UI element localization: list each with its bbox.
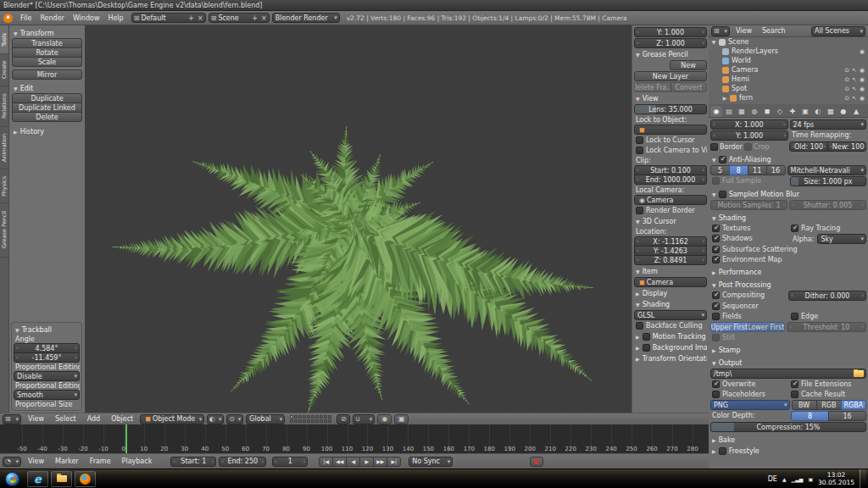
stamp-panel-header[interactable]: Stamp <box>710 345 866 355</box>
history-panel-header[interactable]: History <box>12 126 82 136</box>
shadows-checkbox[interactable] <box>712 235 720 242</box>
blender-logo-icon[interactable] <box>3 14 13 23</box>
scene-selector[interactable]: ⊞ Scene + × <box>209 13 270 23</box>
clip-end-field[interactable]: End: 1000.000 <box>634 175 707 185</box>
bake-panel-header[interactable]: Bake <box>710 435 866 445</box>
screen-layout-selector[interactable]: ⊞ Default + × <box>131 13 206 23</box>
jump-to-start-button[interactable]: |◀ <box>319 457 333 467</box>
sss-row[interactable]: Subsurface Scattering <box>710 245 866 254</box>
viewport-menu-select[interactable]: Select <box>51 415 81 423</box>
taskbar-clock[interactable]: 13:02 30.05.2015 <box>818 471 854 487</box>
viewport-shading-select[interactable]: ◐ <box>207 414 224 424</box>
tab-create[interactable]: Create <box>0 54 8 86</box>
compositing-row[interactable]: Compositing <box>710 291 787 300</box>
lens-slider[interactable]: Lens: 35.000 <box>634 104 707 114</box>
snap-select[interactable]: ∪ <box>353 414 375 424</box>
viewport-3d[interactable] <box>85 25 632 413</box>
color-depth-8-button[interactable]: 8 <box>791 411 829 421</box>
play-button[interactable]: ▶ <box>359 457 374 467</box>
show-desktop-button[interactable] <box>860 469 866 488</box>
prev-keyframe-button[interactable]: ◀◀ <box>332 457 347 467</box>
delete-button[interactable]: Delete <box>12 112 82 122</box>
overwrite-row[interactable]: Overwrite <box>710 380 787 389</box>
lower-first-button[interactable]: Lower First <box>748 322 786 332</box>
menu-render[interactable]: Render <box>36 14 68 22</box>
network-icon[interactable]: ▁▃▅ <box>792 476 804 482</box>
lock-toggle[interactable]: ⊘ <box>337 414 350 424</box>
aa-samples-11-button[interactable]: 11 <box>748 165 767 175</box>
mode-select[interactable]: ◼ Object Mode <box>140 414 204 424</box>
add-scene-icon[interactable]: + <box>250 14 259 22</box>
view-panel-header[interactable]: View <box>634 93 707 103</box>
aa-filter-select[interactable]: Mitchell-Netravali <box>787 165 867 175</box>
outliner-row-renderlayers[interactable]: RenderLayers ◉ <box>709 47 868 56</box>
outliner-scope-select[interactable]: All Scenes <box>811 26 865 36</box>
editor-type-select[interactable]: ⊞ <box>711 26 730 36</box>
timeline-menu-playback[interactable]: Playback <box>118 458 157 465</box>
selectable-icon[interactable]: ↖ <box>852 76 857 83</box>
properties-tab-material[interactable]: ◐ <box>812 106 824 117</box>
properties-tab-constraints[interactable]: ◇ <box>774 106 786 117</box>
cache-result-row[interactable]: Cache Result <box>789 390 866 399</box>
visibility-eye-icon[interactable]: ⊙ <box>844 76 849 83</box>
timeline-menu-frame[interactable]: Frame <box>86 458 115 465</box>
output-path-field[interactable]: /tmp\ <box>710 369 866 379</box>
tab-relations[interactable]: Relations <box>0 86 8 127</box>
lock-to-object-field[interactable]: ◼ <box>634 125 707 135</box>
item-panel-header[interactable]: Item <box>634 266 707 276</box>
aspect-x-field[interactable]: X: 1.000 <box>710 119 788 130</box>
compression-slider[interactable]: Compression: 15% <box>710 422 866 432</box>
mirror-button[interactable]: Mirror <box>12 69 82 80</box>
tab-animation[interactable]: Animation <box>0 127 8 169</box>
outliner-row-world[interactable]: World <box>709 56 868 65</box>
redo-panel-title[interactable]: Trackball <box>14 324 80 335</box>
frame-start-field[interactable]: Start: 1 <box>170 457 216 467</box>
editor-type-select[interactable]: ◔ <box>3 457 21 467</box>
visibility-eye-icon[interactable]: ⊙ <box>844 67 849 74</box>
renderable-icon[interactable]: ◉ <box>860 86 865 92</box>
properties-tab-texture[interactable]: ▩ <box>825 106 837 117</box>
close-scene-icon[interactable]: × <box>259 14 269 22</box>
shading-panel-header[interactable]: Shading <box>634 299 707 309</box>
crop-checkbox[interactable] <box>744 143 752 151</box>
render-border-row[interactable]: Render Border <box>634 206 707 215</box>
edit-panel-header[interactable]: Edit <box>12 83 82 93</box>
anti-aliasing-panel-header[interactable]: Anti-Aliasing <box>710 154 866 164</box>
grease-pencil-panel-header[interactable]: Grease Pencil <box>634 49 707 59</box>
fields-checkbox[interactable] <box>712 313 720 320</box>
channels-rgba-button[interactable]: RGBA <box>841 400 866 410</box>
viewport-menu-object[interactable]: Object <box>107 415 137 423</box>
color-depth-16-button[interactable]: 16 <box>828 411 866 421</box>
channels-rgb-button[interactable]: RGB <box>816 400 842 410</box>
motion-blur-panel-header[interactable]: Sampled Motion Blur <box>710 189 866 199</box>
upper-first-button[interactable]: Upper First <box>710 322 748 332</box>
properties-tab-physics[interactable]: ▲ <box>850 106 862 117</box>
cache-result-checkbox[interactable] <box>791 391 798 398</box>
textures-row[interactable]: Textures <box>710 224 787 233</box>
anti-aliasing-checkbox[interactable] <box>719 156 726 164</box>
lock-camera-row[interactable]: Lock Camera to View <box>634 146 707 155</box>
renderable-icon[interactable]: ◉ <box>860 48 865 55</box>
action-center-icon[interactable]: ▣ <box>808 476 813 482</box>
transform-orientations-panel-header[interactable]: Transform Orientations <box>634 353 707 363</box>
outliner-row-fern[interactable]: ▶ fern ⊙↖◉ <box>709 93 868 103</box>
auto-keyframe-record-button[interactable] <box>530 457 543 467</box>
still-row[interactable]: Still <box>710 333 866 342</box>
selectable-icon[interactable]: ↖ <box>852 95 857 102</box>
grease-pencil-new-button[interactable]: New <box>670 60 707 70</box>
angle-y-field[interactable]: -11.459° <box>14 352 80 363</box>
threshold-field[interactable]: Threshold: 10 <box>787 322 866 332</box>
jump-to-end-button[interactable]: ▶| <box>387 457 401 467</box>
opengl-render-button[interactable]: ◉ <box>377 414 392 424</box>
render-engine-selector[interactable]: Blender Render <box>272 13 340 23</box>
time-remap-old-field[interactable]: Old: 100 <box>789 141 828 152</box>
outliner-row-hemi[interactable]: Hemi ⊙↖◉ <box>709 75 868 84</box>
env-map-row[interactable]: Environment Map <box>710 255 866 264</box>
motion-tracking-checkbox[interactable] <box>643 333 650 341</box>
pivot-select[interactable]: ⊙ <box>226 414 243 424</box>
background-images-checkbox[interactable] <box>643 344 650 352</box>
next-keyframe-button[interactable]: ▶▶ <box>373 457 387 467</box>
convert-button[interactable]: Convert <box>670 82 708 92</box>
shading-panel-header[interactable]: Shading <box>710 213 866 223</box>
opengl-render-anim-button[interactable]: ▣ <box>394 414 409 424</box>
